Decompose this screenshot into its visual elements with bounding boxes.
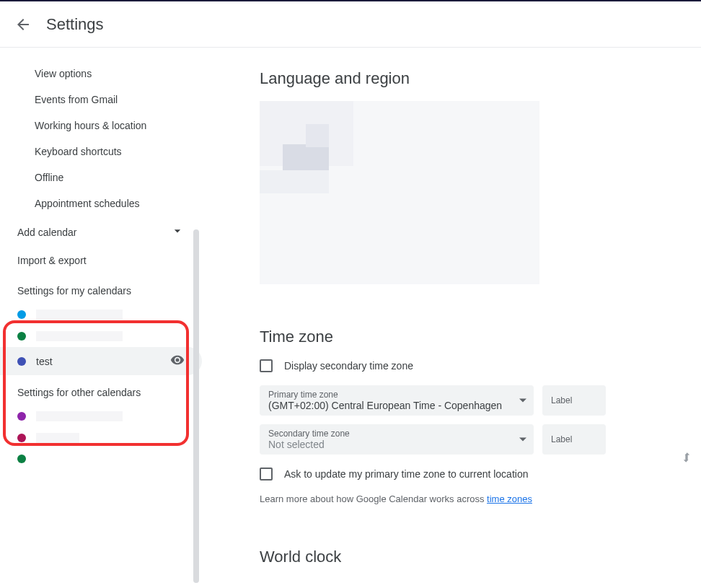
redacted-content: [260, 101, 539, 284]
calendar-label-redacted: [36, 331, 123, 341]
calendar-label-redacted: [36, 433, 79, 443]
page-title: Settings: [46, 15, 104, 34]
calendar-item-test[interactable]: test: [0, 347, 202, 375]
calendar-item[interactable]: [0, 449, 202, 469]
sidebar-item-events-from-gmail[interactable]: Events from Gmail: [0, 87, 202, 113]
calendar-label: test: [36, 356, 170, 367]
sidebar-item-appointment-schedules[interactable]: Appointment schedules: [0, 190, 202, 216]
calendar-color-dot: [17, 455, 26, 463]
sidebar-item-add-calendar[interactable]: Add calendar: [0, 216, 202, 247]
primary-tz-value: (GMT+02:00) Central European Time - Cope…: [268, 400, 525, 411]
time-zone-title: Time zone: [260, 328, 672, 346]
caret-down-icon: [519, 399, 526, 403]
my-calendars-heading: Settings for my calendars: [0, 273, 202, 304]
scrollbar[interactable]: [193, 229, 199, 583]
calendar-color-dot: [17, 412, 26, 421]
chevron-down-icon: [170, 224, 185, 240]
sidebar-item-offline[interactable]: Offline: [0, 164, 202, 190]
ask-update-checkbox[interactable]: [260, 468, 273, 481]
display-secondary-checkbox[interactable]: [260, 359, 273, 372]
calendar-color-dot: [17, 310, 26, 319]
secondary-tz-label: Secondary time zone: [268, 429, 525, 439]
settings-header: Settings: [0, 1, 701, 48]
calendar-label-redacted: [36, 310, 123, 320]
calendar-item[interactable]: [0, 304, 202, 325]
sidebar-item-working-hours[interactable]: Working hours & location: [0, 113, 202, 139]
sidebar-item-import-export[interactable]: Import & export: [0, 247, 202, 273]
import-export-label: Import & export: [17, 255, 87, 266]
calendar-label-redacted: [36, 411, 123, 421]
display-secondary-label: Display secondary time zone: [284, 360, 413, 372]
secondary-tz-value: Not selected: [268, 439, 525, 450]
primary-tz-label: Primary time zone: [268, 390, 525, 400]
calendar-color-dot: [17, 332, 26, 341]
world-clock-title: World clock: [260, 548, 672, 566]
calendar-item[interactable]: [0, 405, 202, 427]
primary-tz-label-input[interactable]: Label: [542, 385, 606, 416]
ask-update-label: Ask to update my primary time zone to cu…: [284, 468, 528, 480]
other-calendars-heading: Settings for other calendars: [0, 375, 202, 405]
settings-sidebar: View options Events from Gmail Working h…: [0, 48, 202, 588]
caret-down-icon: [519, 438, 526, 442]
ask-update-row: Ask to update my primary time zone to cu…: [260, 468, 672, 481]
secondary-timezone-select[interactable]: Secondary time zone Not selected: [260, 424, 534, 455]
sidebar-item-view-options[interactable]: View options: [0, 61, 202, 87]
calendar-color-dot: [17, 434, 26, 442]
display-secondary-row: Display secondary time zone: [260, 359, 672, 372]
calendar-item[interactable]: [0, 427, 202, 449]
eye-icon[interactable]: [170, 353, 185, 369]
back-arrow-icon[interactable]: [14, 16, 32, 33]
learn-more-text: Learn more about how Google Calendar wor…: [260, 493, 672, 504]
primary-timezone-select[interactable]: Primary time zone (GMT+02:00) Central Eu…: [260, 385, 534, 416]
language-region-title: Language and region: [260, 69, 672, 88]
calendar-color-dot: [17, 357, 26, 366]
swap-timezones-icon[interactable]: [679, 450, 694, 468]
calendar-item[interactable]: [0, 325, 202, 347]
main-content: Language and region Time zone Display se…: [202, 48, 701, 588]
time-zones-link[interactable]: time zones: [487, 493, 532, 504]
add-calendar-label: Add calendar: [17, 227, 77, 238]
sidebar-item-keyboard-shortcuts[interactable]: Keyboard shortcuts: [0, 139, 202, 164]
secondary-tz-label-input[interactable]: Label: [542, 424, 606, 455]
